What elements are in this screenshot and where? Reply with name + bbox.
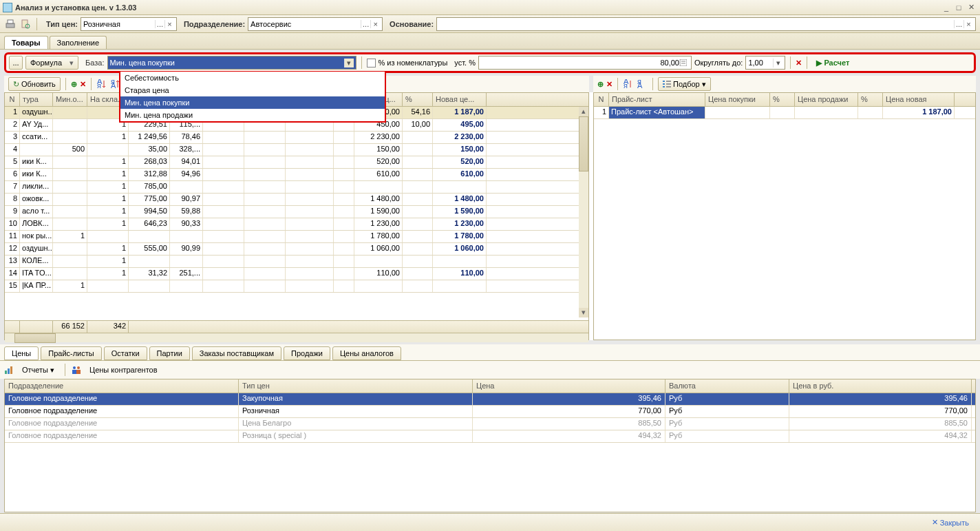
total-stock: 342 <box>87 321 129 333</box>
table-row[interactable]: 5ики К...1268,0394,01520,00520,00 <box>5 156 588 169</box>
table-row[interactable]: 12оздушн...1555,0090,991 060,001 060,00 <box>5 243 588 256</box>
bcol-price-type[interactable]: Тип цен <box>239 379 473 393</box>
ellipsis-button[interactable]: ... <box>9 56 23 70</box>
tab-stock[interactable]: Остатки <box>104 346 147 360</box>
basis-combo[interactable]: ... × <box>436 17 976 31</box>
round-combo[interactable]: 1,00 ▾ <box>745 56 785 70</box>
bcol-price[interactable]: Цена <box>473 379 665 393</box>
subdivision-combo[interactable]: Автосервис ... × <box>248 17 383 31</box>
sort-desc-icon[interactable]: яA <box>637 79 648 90</box>
minimize-button[interactable]: _ <box>940 3 952 12</box>
table-row[interactable]: 11нок ры...11 780,001 780,00 <box>5 231 588 243</box>
chart-icon[interactable] <box>4 365 14 375</box>
rcol-buy-price[interactable]: Цена покупки <box>705 93 770 106</box>
tab-prices[interactable]: Цены <box>4 346 39 360</box>
add-button[interactable]: ⊕ <box>597 80 604 89</box>
reports-button[interactable]: Отчеты▾ <box>18 363 58 377</box>
rcol-sell-price[interactable]: Цена продажи <box>795 93 858 106</box>
bcol-subdivision[interactable]: Подразделение <box>5 379 239 393</box>
clear-icon[interactable]: × <box>370 20 380 28</box>
podbor-button[interactable]: Подбор ▾ <box>658 77 711 91</box>
rcol-pricelist[interactable]: Прайс-лист <box>609 93 705 106</box>
left-grid-body[interactable]: 1оздушн...1770,0054,161 187,002AY Уд...1… <box>5 107 588 320</box>
print-icon[interactable] <box>4 18 17 30</box>
table-row[interactable]: Головное подразделениеЦена Белагро885,50… <box>5 418 975 430</box>
delete-button[interactable]: ✕ <box>606 80 612 89</box>
bcol-currency[interactable]: Валюта <box>665 379 789 393</box>
table-row[interactable]: Головное подразделениеРозничная770,00Руб… <box>5 406 975 418</box>
from-nomenclature-checkbox[interactable] <box>367 59 376 67</box>
set-prices-button[interactable]: Установить цены <box>977 56 980 70</box>
clear-icon[interactable]: × <box>164 20 174 28</box>
tab-batches[interactable]: Партии <box>149 346 190 360</box>
maximize-button[interactable]: □ <box>952 3 965 12</box>
table-row[interactable]: 3ссати...11 249,5678,462 230,002 230,00 <box>5 132 588 144</box>
table-row[interactable]: 1Прайс-лист <Автошан>1 187,00 <box>594 107 975 119</box>
col-min-ost[interactable]: Мин.о... <box>53 93 87 106</box>
reports-label: Отчеты <box>22 366 48 374</box>
price-type-combo[interactable]: Розничная ... × <box>81 17 177 31</box>
sort-asc-icon[interactable]: Aя <box>623 79 634 90</box>
dropdown-option[interactable]: Старая цена <box>120 84 385 96</box>
table-row[interactable]: Головное подразделениеРозница ( special … <box>5 430 975 443</box>
close-button[interactable]: ✕ <box>965 3 977 12</box>
table-row[interactable]: Головное подразделениеЗакупочная395,46Ру… <box>5 393 975 406</box>
bottom-grid-body[interactable]: Головное подразделениеЗакупочная395,46Ру… <box>5 393 975 443</box>
add-button[interactable]: ⊕ <box>71 80 77 89</box>
table-row[interactable]: 8ожовк...1775,0090,971 480,001 480,00 <box>5 194 588 206</box>
table-row[interactable]: 10ЛОВК...1646,2390,331 230,001 230,00 <box>5 218 588 231</box>
ellipsis-icon[interactable]: ... <box>954 20 963 28</box>
rcol-pct[interactable]: % <box>770 93 795 106</box>
delete-button[interactable]: ✕ <box>80 80 86 89</box>
cancel-calc-button[interactable]: ✕ <box>796 59 802 67</box>
contragent-prices-button[interactable]: Цены контрагентов <box>85 363 162 377</box>
ust-pct-input[interactable]: 80,00 <box>478 56 692 70</box>
table-row[interactable]: 6ики К...1312,8894,96610,00610,00 <box>5 169 588 181</box>
tab-fill[interactable]: Заполнение <box>50 36 107 49</box>
table-row[interactable]: 450035,00328,...150,00150,00 <box>5 144 588 156</box>
dropdown-option[interactable]: Мин. цена продажи <box>120 109 385 121</box>
chevron-down-icon[interactable]: ▾ <box>773 59 782 67</box>
rcol-new-price[interactable]: Цена новая <box>883 93 955 106</box>
right-grid-body[interactable]: 1Прайс-лист <Автошан>1 187,00 <box>594 107 975 320</box>
scroll-up-icon[interactable]: ▴ <box>579 107 588 116</box>
col-n[interactable]: N <box>5 93 20 106</box>
scroll-down-icon[interactable]: ▾ <box>579 308 588 317</box>
base-combo[interactable]: Мин. цена покупки ▾ <box>107 56 356 70</box>
tab-supplier-orders[interactable]: Заказы поставщикам <box>192 346 281 360</box>
bcol-price-rub[interactable]: Цена в руб. <box>789 379 972 393</box>
tab-sales[interactable]: Продажи <box>284 346 330 360</box>
base-dropdown-list[interactable]: Себестоимость Старая цена Мин. цена поку… <box>119 72 386 123</box>
scrollbar-thumb[interactable] <box>14 333 56 343</box>
tab-goods[interactable]: Товары <box>4 36 48 49</box>
svg-rect-19 <box>663 86 665 87</box>
calculator-icon[interactable] <box>679 59 689 66</box>
refresh-button[interactable]: ↻ Обновить <box>8 77 61 91</box>
table-row[interactable]: 9асло т...1994,5059,881 590,001 590,00 <box>5 206 588 218</box>
dropdown-option[interactable]: Себестоимость <box>120 72 385 84</box>
rcol-pct2[interactable]: % <box>858 93 883 106</box>
dropdown-option[interactable]: Мин. цена покупки <box>120 96 385 109</box>
ellipsis-icon[interactable]: ... <box>361 20 370 28</box>
ellipsis-icon[interactable]: ... <box>155 20 164 28</box>
table-row[interactable]: 15|КА ПР...1 <box>5 280 588 293</box>
formula-button[interactable]: Формула▾ <box>25 56 78 70</box>
v-scrollbar[interactable]: ▴ ▾ <box>579 107 588 317</box>
calc-button[interactable]: ▶ Расчет <box>812 56 853 70</box>
table-row[interactable]: 7ликли...1785,00 <box>5 181 588 194</box>
search-doc-icon[interactable] <box>19 18 32 30</box>
table-row[interactable]: 14ITA TO...131,32251,...110,00110,00 <box>5 268 588 280</box>
scrollbar-thumb[interactable] <box>579 116 588 171</box>
col-nomenclature[interactable]: тура <box>20 93 53 106</box>
clear-icon[interactable]: × <box>963 20 973 28</box>
sort-asc-icon[interactable]: Aя <box>96 79 107 90</box>
rcol-n[interactable]: N <box>594 93 609 106</box>
col-pct2[interactable]: % <box>403 93 433 106</box>
close-window-button[interactable]: ✕ Закрыть <box>928 516 973 530</box>
table-row[interactable]: 13КОЛЕ...1 <box>5 256 588 268</box>
tab-pricelists[interactable]: Прайс-листы <box>41 346 101 360</box>
col-new-price[interactable]: Новая це... <box>433 93 487 106</box>
chevron-down-icon[interactable]: ▾ <box>344 59 354 67</box>
tab-analog-prices[interactable]: Цены аналогов <box>332 346 401 360</box>
h-scrollbar[interactable] <box>5 333 588 342</box>
